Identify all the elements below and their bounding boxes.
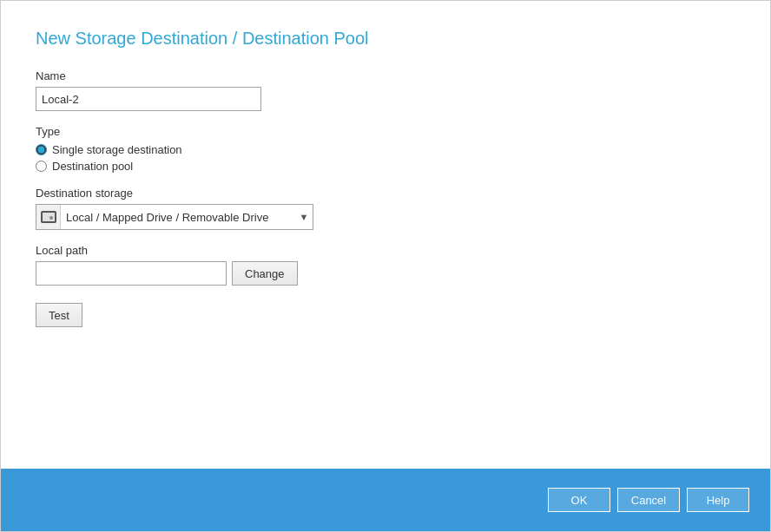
dialog-footer: OK Cancel Help [1,469,770,531]
ok-button[interactable]: OK [548,488,610,512]
local-path-label: Local path [36,244,735,257]
radio-single-label: Single storage destination [52,143,182,156]
dialog-content: New Storage Destination / Destination Po… [1,1,770,469]
destination-storage-label: Destination storage [36,187,735,200]
help-button[interactable]: Help [687,488,749,512]
test-button[interactable]: Test [36,303,82,327]
path-row: Change [36,261,735,286]
dropdown-arrow-icon: ▼ [295,212,313,222]
radio-pool[interactable]: Destination pool [36,160,735,173]
type-label: Type [36,125,735,138]
name-input[interactable] [36,87,261,111]
hdd-icon [41,211,56,223]
radio-pool-label: Destination pool [52,160,133,173]
name-label: Name [36,69,735,82]
dialog-title: New Storage Destination / Destination Po… [36,29,735,49]
change-button[interactable]: Change [232,261,298,286]
cancel-button[interactable]: Cancel [617,488,680,512]
name-group: Name [36,69,735,111]
local-path-input[interactable] [36,261,227,286]
radio-single[interactable]: Single storage destination [36,143,735,156]
hdd-icon-wrapper [36,205,61,229]
type-group: Type Single storage destination Destinat… [36,125,735,173]
destination-storage-group: Destination storage Local / Mapped Drive… [36,187,735,230]
dropdown-selected-text: Local / Mapped Drive / Removable Drive [61,211,295,224]
local-path-group: Local path Change [36,244,735,286]
destination-storage-dropdown[interactable]: Local / Mapped Drive / Removable Drive ▼ [36,204,313,230]
